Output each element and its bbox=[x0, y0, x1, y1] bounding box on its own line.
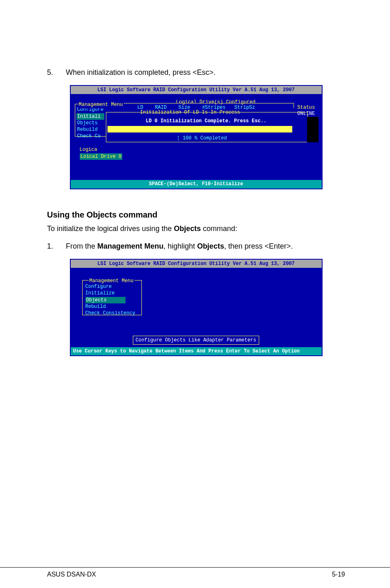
bios2-menu-rebuild[interactable]: Rebuild bbox=[85, 303, 136, 310]
bios1-footer: SPACE-(De)Select, F10-Initialize bbox=[71, 180, 322, 188]
bios2-menu-configure[interactable]: Configure bbox=[85, 283, 136, 290]
step-5-text: When initialization is completed, press … bbox=[66, 67, 215, 78]
bios2-config-box: Configure Objects Like Adapter Parameter… bbox=[133, 336, 259, 345]
bios1-logic-box: Logica Loical Drive 0 bbox=[80, 146, 123, 159]
bios1-black-block bbox=[307, 117, 318, 142]
bios2-menu-initialize[interactable]: Initialize bbox=[85, 290, 136, 296]
bios2-mgmt-menu: Configure Initialize Objects Rebuild Che… bbox=[85, 283, 136, 316]
bios1-loical-drive[interactable]: Loical Drive 0 bbox=[80, 153, 123, 160]
intro-pre: To initialize the logical drives using t… bbox=[47, 224, 174, 233]
bios1-init-title: Initialization Of LD Is In Process bbox=[140, 109, 240, 116]
intro-bold: Objects bbox=[174, 224, 201, 233]
step-5-number: 5. bbox=[47, 67, 54, 78]
bios1-progress-bar bbox=[108, 126, 292, 132]
step-5: 5. When initialization is completed, pre… bbox=[47, 67, 345, 78]
step-1-number: 1. bbox=[47, 241, 54, 251]
bios1-logic-title: Logica bbox=[80, 146, 123, 153]
bios2-titlebar: LSI Logic Software RAID Configuration Ut… bbox=[71, 260, 322, 268]
bios1-mgmt-menu: Configure Initiali Objects Rebuild Check… bbox=[76, 106, 105, 139]
bios1-menu-rebuild[interactable]: Rebuild bbox=[76, 126, 105, 133]
step-1: 1. From the Management Menu, highlight O… bbox=[47, 241, 345, 251]
bios1-status: Status bbox=[297, 104, 315, 111]
section-heading: Using the Objects command bbox=[47, 209, 345, 220]
bios2-menu-objects[interactable]: Objects bbox=[85, 297, 126, 303]
bios1-menu-initialize[interactable]: Initiali bbox=[76, 113, 105, 120]
step-1-text: From the Management Menu, highlight Obje… bbox=[66, 241, 293, 251]
bios2-footer: Use Cursor Keys to Navigate Between Item… bbox=[71, 347, 322, 355]
intro-post: command: bbox=[201, 224, 237, 233]
bios-screenshot-2: LSI Logic Software RAID Configuration Ut… bbox=[70, 259, 323, 356]
bios1-progress-label: ¦ 100 % Completed bbox=[177, 135, 227, 141]
bios1-titlebar: LSI Logic Software RAID Configuration Ut… bbox=[71, 86, 322, 94]
bios1-ld0-message: LD 0 Initialization Complete. Press Esc.… bbox=[146, 118, 267, 124]
bios1-menu-objects[interactable]: Objects bbox=[76, 120, 105, 126]
bios1-menu-check[interactable]: Check Co bbox=[76, 133, 105, 139]
bios1-mgmt-title: Management Menu bbox=[78, 101, 124, 108]
bios2-mgmt-title: Management Menu bbox=[89, 278, 134, 284]
bios2-menu-check[interactable]: Check Consistency bbox=[85, 310, 136, 316]
bios-screenshot-1: LSI Logic Software RAID Configuration Ut… bbox=[70, 85, 323, 189]
section-intro: To initialize the logical drives using t… bbox=[47, 224, 345, 234]
